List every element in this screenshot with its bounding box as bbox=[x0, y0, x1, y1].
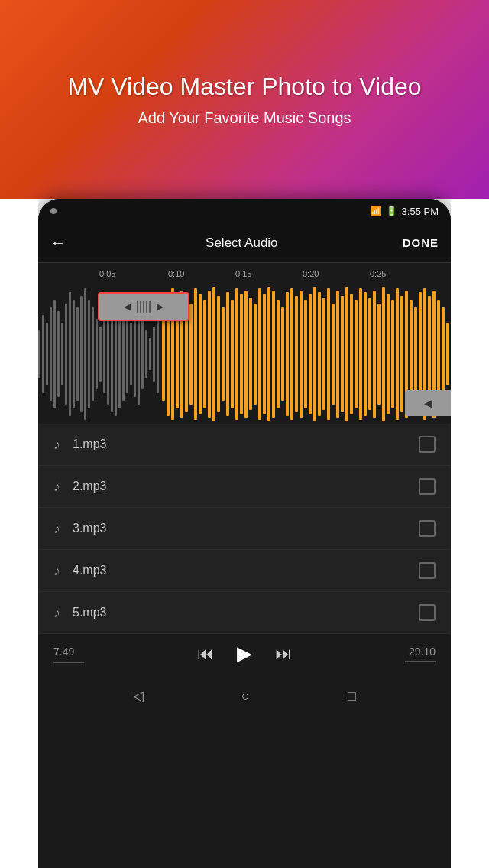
svg-rect-46 bbox=[226, 292, 229, 416]
current-time: 7.49 bbox=[53, 645, 74, 658]
svg-rect-10 bbox=[76, 307, 79, 401]
current-time-wrapper: 7.49 bbox=[53, 645, 84, 663]
svg-rect-84 bbox=[400, 296, 403, 412]
svg-rect-81 bbox=[387, 294, 390, 414]
svg-rect-24 bbox=[130, 323, 132, 385]
svg-rect-2 bbox=[46, 323, 48, 385]
svg-rect-30 bbox=[153, 327, 155, 382]
svg-rect-77 bbox=[368, 298, 371, 410]
svg-rect-56 bbox=[272, 291, 275, 418]
skip-back-button[interactable]: ⏮ bbox=[197, 644, 214, 664]
android-back-button[interactable]: ◁ bbox=[133, 688, 144, 704]
music-icon-5: ♪ bbox=[53, 605, 60, 621]
svg-rect-59 bbox=[286, 292, 289, 416]
song-item-2[interactable]: ♪ 2.mp3 bbox=[38, 466, 451, 508]
svg-rect-27 bbox=[141, 319, 144, 389]
song-item-3[interactable]: ♪ 3.mp3 bbox=[38, 508, 451, 550]
svg-rect-38 bbox=[189, 304, 193, 405]
song-item-5[interactable]: ♪ 5.mp3 bbox=[38, 592, 451, 634]
total-time-wrapper: 29.10 bbox=[405, 645, 436, 662]
svg-rect-5 bbox=[57, 311, 60, 397]
trim-line-3 bbox=[143, 301, 144, 313]
svg-rect-80 bbox=[382, 287, 385, 421]
svg-rect-55 bbox=[267, 287, 270, 421]
svg-rect-4 bbox=[53, 300, 56, 408]
svg-rect-62 bbox=[300, 291, 303, 418]
play-button[interactable]: ▶ bbox=[237, 642, 252, 665]
svg-rect-44 bbox=[217, 296, 220, 412]
status-bar: 📶 🔋 3:55 PM bbox=[38, 199, 451, 223]
svg-rect-13 bbox=[88, 300, 90, 408]
svg-rect-63 bbox=[304, 300, 307, 408]
android-nav: ◁ ○ □ bbox=[38, 676, 451, 716]
svg-rect-82 bbox=[391, 300, 394, 408]
app-header: MV Video Master Photo to Video Add Your … bbox=[0, 0, 489, 199]
song-item-4[interactable]: ♪ 4.mp3 bbox=[38, 550, 451, 592]
song-checkbox-2[interactable] bbox=[419, 478, 436, 495]
trim-handle-right[interactable]: ◀ bbox=[405, 390, 451, 416]
svg-rect-73 bbox=[350, 294, 353, 414]
svg-rect-93 bbox=[442, 307, 445, 401]
svg-rect-0 bbox=[38, 330, 40, 378]
android-home-button[interactable]: ○ bbox=[241, 688, 250, 704]
song-checkbox-4[interactable] bbox=[419, 562, 436, 579]
song-checkbox-5[interactable] bbox=[419, 604, 436, 621]
trim-line-4 bbox=[146, 301, 147, 313]
svg-rect-28 bbox=[145, 330, 147, 378]
android-recent-button[interactable]: □ bbox=[348, 688, 356, 704]
app-subtitle: Add Your Favorite Music Songs bbox=[138, 109, 351, 127]
back-button[interactable]: ← bbox=[50, 234, 66, 252]
side-right bbox=[451, 199, 489, 868]
signal-icon: 📶 bbox=[370, 206, 381, 216]
skip-forward-button[interactable]: ⏭ bbox=[275, 644, 292, 664]
time-marker-1: 0:05 bbox=[99, 269, 115, 278]
waveform-container[interactable]: 0:05 0:10 0:15 0:20 0:25 bbox=[38, 263, 451, 424]
status-dot bbox=[50, 208, 57, 214]
svg-rect-70 bbox=[336, 291, 339, 418]
trim-arrow-left: ◀ bbox=[124, 301, 131, 312]
song-checkbox-1[interactable] bbox=[419, 436, 436, 453]
svg-rect-65 bbox=[313, 287, 316, 421]
svg-rect-9 bbox=[73, 300, 75, 408]
status-right: 📶 🔋 3:55 PM bbox=[370, 206, 439, 217]
svg-rect-22 bbox=[122, 307, 125, 401]
svg-rect-58 bbox=[281, 307, 284, 401]
song-checkbox-3[interactable] bbox=[419, 520, 436, 537]
title-normal: Photo to Video bbox=[254, 73, 421, 100]
status-left bbox=[50, 208, 57, 214]
svg-rect-67 bbox=[322, 298, 325, 410]
battery-icon: 🔋 bbox=[386, 206, 397, 216]
done-button[interactable]: DONE bbox=[403, 236, 439, 249]
svg-rect-15 bbox=[96, 319, 98, 389]
song-list: ♪ 1.mp3 ♪ 2.mp3 ♪ 3.mp3 ♪ 4.mp3 ♪ bbox=[38, 424, 451, 634]
svg-rect-54 bbox=[263, 294, 266, 414]
time-marker-5: 0:25 bbox=[370, 269, 386, 278]
svg-rect-50 bbox=[244, 291, 248, 418]
player-controls: ⏮ ▶ ⏭ bbox=[197, 642, 292, 665]
trim-line-5 bbox=[149, 301, 151, 313]
svg-rect-78 bbox=[373, 291, 376, 418]
svg-rect-74 bbox=[355, 300, 358, 408]
svg-rect-53 bbox=[258, 288, 261, 420]
svg-rect-76 bbox=[364, 292, 367, 416]
trim-arrow-right: ▶ bbox=[157, 301, 164, 312]
svg-rect-41 bbox=[203, 300, 206, 408]
svg-rect-25 bbox=[134, 311, 136, 397]
player-bar: 7.49 ⏮ ▶ ⏭ 29.10 bbox=[38, 634, 451, 676]
svg-rect-87 bbox=[414, 307, 417, 401]
app-title: MV Video Master Photo to Video bbox=[67, 72, 421, 101]
svg-rect-6 bbox=[61, 323, 63, 385]
trim-lines bbox=[137, 301, 151, 313]
music-icon-3: ♪ bbox=[53, 521, 60, 537]
trim-handle-inner: ◀ ▶ bbox=[124, 301, 164, 313]
svg-rect-69 bbox=[332, 304, 335, 405]
svg-rect-17 bbox=[103, 315, 105, 393]
svg-rect-23 bbox=[126, 315, 128, 393]
svg-rect-40 bbox=[199, 294, 202, 414]
svg-rect-29 bbox=[149, 338, 151, 370]
svg-rect-49 bbox=[240, 294, 243, 414]
trim-right-arrow: ◀ bbox=[424, 397, 432, 409]
trim-handle-left[interactable]: ◀ ▶ bbox=[98, 292, 189, 321]
song-item-1[interactable]: ♪ 1.mp3 bbox=[38, 424, 451, 466]
top-nav: ← Select Audio DONE bbox=[38, 223, 451, 263]
